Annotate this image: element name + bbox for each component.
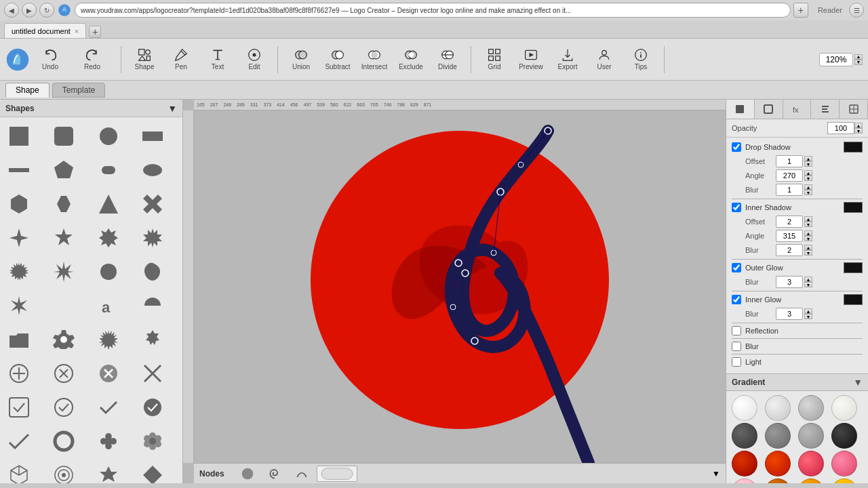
shape-half-circle[interactable] (136, 289, 169, 322)
inner-glow-blur-input[interactable] (776, 308, 803, 320)
drop-shadow-offset-input[interactable] (776, 155, 803, 167)
swatch-dark-orange[interactable] (765, 479, 791, 483)
inner-glow-blur-up[interactable]: ▲ (804, 308, 812, 314)
tab-untitled[interactable]: untitled document × (4, 23, 86, 38)
shape-wide-rect[interactable] (136, 120, 169, 152)
text-button[interactable]: Text (201, 43, 234, 76)
swatch-dark-red[interactable] (732, 451, 757, 476)
shape-check-circle[interactable] (47, 391, 80, 424)
inner-shadow-offset-down[interactable]: ▼ (804, 222, 812, 227)
inner-shadow-offset-input[interactable] (776, 216, 803, 228)
shape-x-circle1[interactable] (47, 357, 80, 390)
drop-shadow-angle-down[interactable]: ▼ (804, 176, 812, 181)
node-tool-curve[interactable] (290, 466, 314, 482)
back-button[interactable]: ◀ (4, 3, 19, 18)
opacity-down[interactable]: ▼ (854, 128, 863, 134)
shape-starburst[interactable] (3, 256, 35, 288)
shape-gear[interactable] (47, 323, 80, 356)
user-button[interactable]: User (588, 43, 620, 76)
shape-letter-a[interactable]: a (92, 289, 125, 322)
opacity-input[interactable] (827, 122, 854, 134)
swatch-pink-red[interactable] (831, 451, 857, 476)
gradient-expand-button[interactable]: ▼ (853, 377, 863, 388)
shape-star4[interactable] (3, 222, 35, 254)
swatch-lighter-gray[interactable] (798, 423, 824, 449)
opacity-up[interactable]: ▲ (854, 123, 863, 128)
swatch-white[interactable] (732, 395, 757, 421)
inner-shadow-angle-up[interactable]: ▲ (804, 230, 812, 236)
inner-shadow-blur-up[interactable]: ▲ (804, 245, 812, 250)
divide-button[interactable]: Divide (431, 43, 464, 76)
inner-shadow-blur-down[interactable]: ▼ (804, 250, 812, 256)
undo-button[interactable]: Undo (34, 43, 66, 76)
canvas-inner[interactable] (194, 110, 726, 463)
inner-glow-blur-down[interactable]: ▼ (804, 314, 812, 319)
union-button[interactable]: Union (285, 43, 317, 76)
shape-clover[interactable] (92, 425, 125, 458)
shape-diamond[interactable] (136, 459, 169, 483)
reader-button[interactable]: Reader (814, 5, 846, 16)
refresh-button[interactable]: ↻ (39, 3, 54, 18)
outer-glow-blur-up[interactable]: ▲ (804, 277, 812, 282)
new-tab-button[interactable]: + (89, 26, 101, 38)
swatch-gray[interactable] (798, 395, 824, 421)
shape-ring[interactable] (47, 425, 80, 458)
tab-close-button[interactable]: × (75, 27, 79, 35)
export-button[interactable]: Export (551, 43, 584, 76)
shape-folder[interactable] (3, 323, 35, 356)
node-tool-spiral[interactable] (262, 466, 287, 482)
shape-badge[interactable] (136, 323, 169, 356)
outer-glow-checkbox[interactable] (732, 263, 741, 272)
drop-shadow-blur-input[interactable] (776, 184, 803, 196)
shape-check-circle2[interactable] (136, 391, 169, 424)
shape-x-circle2[interactable] (92, 357, 125, 390)
shape-flower[interactable] (136, 425, 169, 458)
inner-shadow-offset-up[interactable]: ▲ (804, 216, 812, 222)
plus-button[interactable]: + (793, 3, 808, 18)
rpanel-stroke-icon[interactable] (755, 100, 783, 119)
swatch-black[interactable] (831, 423, 857, 449)
swatch-bright-red[interactable] (798, 451, 824, 476)
tips-button[interactable]: Tips (625, 43, 657, 76)
edit-button[interactable]: Edit (238, 43, 271, 76)
shape-h-line[interactable] (3, 154, 35, 186)
drop-shadow-angle-input[interactable] (776, 169, 803, 182)
shape-fancy-star[interactable] (3, 289, 35, 322)
drop-shadow-angle-up[interactable]: ▲ (804, 170, 812, 176)
shape-check-fancy[interactable] (3, 425, 35, 458)
forward-button[interactable]: ▶ (22, 3, 37, 18)
shape-pentagon[interactable] (47, 154, 80, 186)
home-button[interactable] (57, 3, 72, 18)
shape-star6[interactable] (92, 222, 125, 254)
node-tool-circle[interactable] (235, 466, 260, 482)
swatch-light-pink[interactable] (732, 479, 757, 483)
exclude-button[interactable]: Exclude (395, 43, 427, 76)
swatch-medium-gray[interactable] (765, 423, 791, 449)
swatch-dark-gray[interactable] (732, 423, 757, 449)
shape-cross-circle[interactable] (3, 357, 35, 390)
swatch-yellow-orange[interactable] (831, 479, 857, 483)
rpanel-fx-icon[interactable]: fx (783, 100, 812, 119)
shape-cross-x[interactable] (136, 188, 169, 220)
shape-hexagon-r[interactable] (47, 188, 80, 220)
drop-shadow-offset-down[interactable]: ▼ (804, 161, 812, 167)
light-checkbox[interactable] (732, 357, 741, 367)
inner-shadow-checkbox[interactable] (732, 203, 741, 212)
inner-shadow-angle-down[interactable]: ▼ (804, 236, 812, 241)
inner-shadow-angle-input[interactable] (776, 230, 803, 242)
drop-shadow-checkbox[interactable] (732, 142, 741, 152)
shape-checkbox[interactable] (3, 391, 35, 424)
shape-cube[interactable] (3, 459, 35, 483)
pen-button[interactable]: Pen (165, 43, 197, 76)
rpanel-align-icon[interactable] (811, 100, 840, 119)
shape-star8[interactable] (136, 222, 169, 254)
inner-shadow-blur-input[interactable] (776, 244, 803, 256)
drop-shadow-blur-down[interactable]: ▼ (804, 190, 812, 195)
shape-starburst2[interactable] (92, 323, 125, 356)
shape-crescent[interactable] (47, 289, 80, 322)
shape-button[interactable]: Shape (128, 43, 161, 76)
inner-glow-checkbox[interactable] (732, 295, 741, 304)
rpanel-transform-icon[interactable] (840, 100, 868, 119)
outer-glow-blur-down[interactable]: ▼ (804, 282, 812, 287)
shape-hexagon[interactable] (3, 188, 35, 220)
